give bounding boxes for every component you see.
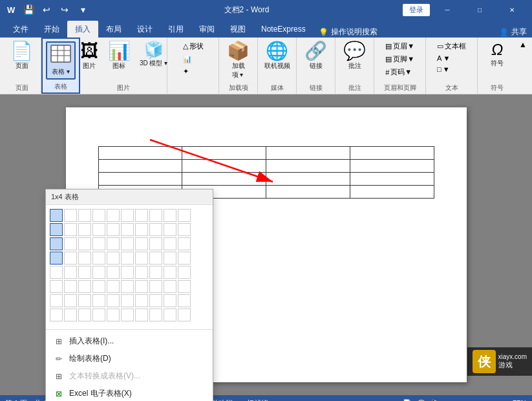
grid-cell[interactable]	[149, 223, 162, 236]
grid-cell[interactable]	[164, 237, 176, 250]
tab-layout[interactable]: 布局	[98, 21, 129, 38]
grid-cell[interactable]	[149, 252, 162, 265]
tab-file[interactable]: 文件	[5, 21, 36, 38]
grid-cell[interactable]	[178, 309, 191, 321]
grid-cell[interactable]	[92, 252, 105, 265]
wordart-button[interactable]: A ▼	[434, 53, 452, 63]
grid-cell[interactable]	[107, 309, 120, 321]
header-button[interactable]: ▤ 页眉▼	[383, 40, 417, 52]
tab-insert[interactable]: 插入	[67, 21, 98, 38]
grid-cell[interactable]	[135, 252, 148, 265]
grid-cell[interactable]	[149, 237, 162, 250]
draw-table-item[interactable]: ✏ 绘制表格(D)	[46, 350, 213, 367]
grid-cell[interactable]	[64, 223, 77, 236]
tab-review[interactable]: 审阅	[191, 21, 222, 38]
chart-button[interactable]: 📊	[180, 54, 195, 65]
grid-cell[interactable]	[64, 209, 77, 222]
tab-home[interactable]: 开始	[36, 21, 67, 38]
grid-cell[interactable]	[164, 280, 176, 293]
grid-cell[interactable]	[121, 266, 134, 279]
grid-cell[interactable]	[107, 252, 120, 265]
grid-cell[interactable]	[135, 209, 148, 222]
grid-cell[interactable]	[92, 209, 105, 222]
comments-button[interactable]: 💬 批注	[340, 40, 369, 72]
grid-cell[interactable]	[92, 237, 105, 250]
undo-button[interactable]: ↩	[39, 2, 54, 17]
tab-view[interactable]: 视图	[222, 21, 253, 38]
icons-button[interactable]: 📊 图标	[105, 40, 134, 72]
grid-cell[interactable]	[64, 237, 77, 250]
addins-button[interactable]: 📦 加载项 ▾	[224, 40, 253, 81]
table-grid[interactable]	[46, 205, 213, 327]
grid-cell[interactable]	[121, 309, 134, 321]
excel-spreadsheet-item[interactable]: ⊠ Excel 电子表格(X)	[46, 385, 213, 401]
grid-cell[interactable]	[50, 309, 63, 321]
shapes-button[interactable]: △ 形状	[180, 40, 206, 52]
grid-cell[interactable]	[135, 294, 148, 307]
tab-references[interactable]: 引用	[160, 21, 191, 38]
grid-cell[interactable]	[164, 223, 176, 236]
grid-cell[interactable]	[92, 280, 105, 293]
3d-models-button[interactable]: 🧊 3D 模型 ▾	[136, 40, 171, 70]
grid-cell[interactable]	[78, 252, 91, 265]
grid-cell[interactable]	[178, 266, 191, 279]
drop-cap-button[interactable]: □ ▼	[434, 64, 452, 74]
page-number-button[interactable]: # 页码▼	[383, 66, 414, 78]
grid-cell[interactable]	[78, 309, 91, 321]
grid-cell[interactable]	[164, 252, 176, 265]
grid-cell[interactable]	[64, 280, 77, 293]
web-view-icon[interactable]: 📋	[417, 399, 426, 402]
grid-cell[interactable]	[78, 209, 91, 222]
grid-cell[interactable]	[149, 294, 162, 307]
symbols-button[interactable]: Ω 符号	[484, 40, 510, 70]
grid-cell[interactable]	[92, 309, 105, 321]
redo-button[interactable]: ↪	[57, 2, 72, 17]
grid-cell[interactable]	[107, 294, 120, 307]
grid-cell[interactable]	[64, 252, 77, 265]
grid-cell[interactable]	[164, 266, 176, 279]
grid-cell[interactable]	[107, 280, 120, 293]
picture-button[interactable]: 🖼 图片	[76, 40, 102, 72]
customize-qat-button[interactable]: ▾	[75, 2, 90, 17]
close-button[interactable]: ✕	[497, 0, 527, 19]
grid-cell[interactable]	[107, 209, 120, 222]
grid-cell[interactable]	[50, 223, 63, 236]
maximize-button[interactable]: □	[465, 0, 495, 19]
grid-cell[interactable]	[50, 237, 63, 250]
links-button[interactable]: 🔗 链接	[301, 40, 330, 72]
grid-cell[interactable]	[164, 209, 176, 222]
read-view-icon[interactable]: 🔭	[431, 399, 440, 402]
grid-cell[interactable]	[50, 209, 63, 222]
grid-cell[interactable]	[121, 209, 134, 222]
grid-cell[interactable]	[78, 237, 91, 250]
tab-design[interactable]: 设计	[129, 21, 160, 38]
grid-cell[interactable]	[64, 266, 77, 279]
grid-cell[interactable]	[135, 266, 148, 279]
grid-cell[interactable]	[78, 280, 91, 293]
grid-cell[interactable]	[178, 294, 191, 307]
grid-cell[interactable]	[178, 209, 191, 222]
grid-cell[interactable]	[107, 266, 120, 279]
textbox-button[interactable]: ▭ 文本框	[434, 40, 469, 52]
grid-cell[interactable]	[135, 280, 148, 293]
grid-cell[interactable]	[135, 237, 148, 250]
grid-cell[interactable]	[178, 252, 191, 265]
grid-cell[interactable]	[135, 223, 148, 236]
grid-cell[interactable]	[121, 252, 134, 265]
save-button[interactable]: 💾	[21, 2, 36, 17]
grid-cell[interactable]	[64, 309, 77, 321]
grid-cell[interactable]	[178, 223, 191, 236]
grid-cell[interactable]	[135, 309, 148, 321]
grid-cell[interactable]	[78, 294, 91, 307]
grid-cell[interactable]	[50, 266, 63, 279]
word-icon[interactable]: W	[5, 3, 18, 16]
grid-cell[interactable]	[64, 294, 77, 307]
grid-cell[interactable]	[50, 252, 63, 265]
grid-cell[interactable]	[149, 266, 162, 279]
collapse-ribbon-button[interactable]: ▲	[516, 38, 529, 94]
tab-noteexpress[interactable]: NoteExpress	[253, 21, 314, 38]
print-view-icon[interactable]: 📄	[403, 399, 412, 402]
login-button[interactable]: 登录	[403, 4, 430, 16]
insert-table-item[interactable]: ⊞ 插入表格(I)...	[46, 332, 213, 350]
grid-cell[interactable]	[121, 294, 134, 307]
